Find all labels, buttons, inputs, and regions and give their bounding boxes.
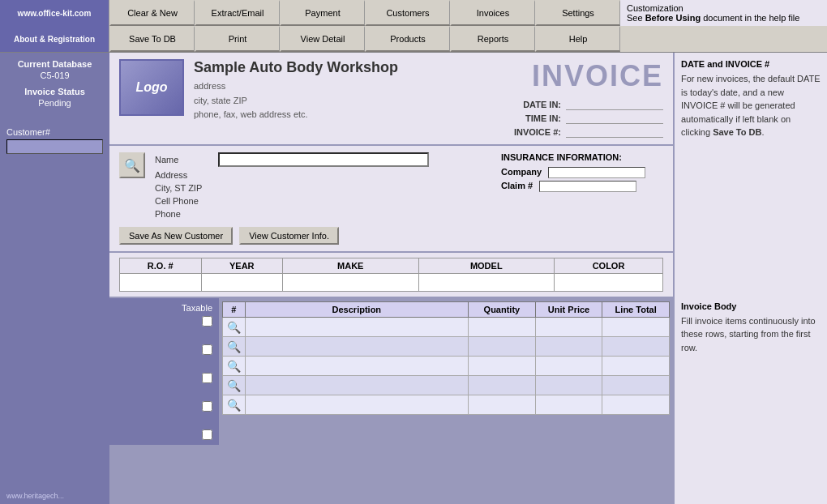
item-qty-1[interactable] xyxy=(469,318,536,337)
save-to-db-button[interactable]: Save To DB xyxy=(109,26,195,52)
help-button[interactable]: Help xyxy=(535,26,620,52)
products-button[interactable]: Products xyxy=(365,26,450,52)
item-total-2[interactable] xyxy=(602,337,670,357)
invoice-num-input[interactable] xyxy=(566,127,663,138)
invoice-status-value: Pending xyxy=(6,98,103,108)
item-unit-4[interactable] xyxy=(535,376,602,395)
qty-input-2[interactable] xyxy=(469,337,535,356)
customers-button[interactable]: Customers xyxy=(365,0,450,26)
year-cell[interactable] xyxy=(201,274,283,292)
qty-input-1[interactable] xyxy=(469,318,535,336)
taxable-check-4[interactable] xyxy=(202,401,212,412)
desc-input-5[interactable] xyxy=(246,395,469,414)
extract-email-button[interactable]: Extract/Email xyxy=(195,0,280,26)
item-total-3[interactable] xyxy=(602,357,670,376)
about-registration-button[interactable]: About & Registration xyxy=(0,26,109,52)
item-desc-5[interactable] xyxy=(245,395,469,415)
item-desc-1[interactable] xyxy=(245,318,469,337)
total-input-3[interactable] xyxy=(602,357,669,375)
item-icon-3[interactable]: 🔍 xyxy=(223,357,246,376)
date-in-input[interactable] xyxy=(566,100,663,110)
date-in-label: DATE IN: xyxy=(523,100,561,110)
items-table-area: # Description Quantity Unit Price Line T… xyxy=(219,298,673,445)
item-desc-3[interactable] xyxy=(245,357,469,376)
year-input[interactable] xyxy=(202,274,283,291)
ro-cell[interactable] xyxy=(120,274,202,292)
customer-number-input[interactable] xyxy=(6,139,103,154)
item-row-2: 🔍 xyxy=(223,337,670,357)
unit-input-2[interactable] xyxy=(536,337,602,356)
item-unit-3[interactable] xyxy=(535,357,602,376)
company-address: address xyxy=(194,79,501,94)
item-qty-4[interactable] xyxy=(469,376,536,395)
item-desc-2[interactable] xyxy=(245,337,469,357)
taxable-label: Taxable xyxy=(113,303,216,313)
company-input[interactable] xyxy=(548,167,645,178)
claim-label: Claim # xyxy=(501,181,533,192)
model-cell[interactable] xyxy=(418,274,555,292)
save-new-customer-button[interactable]: Save As New Customer xyxy=(119,227,233,245)
total-input-2[interactable] xyxy=(602,337,669,356)
name-input[interactable] xyxy=(218,152,429,167)
claim-input[interactable] xyxy=(539,181,636,192)
item-qty-2[interactable] xyxy=(469,337,536,357)
help-panel: Customization See Before Using document … xyxy=(620,0,827,26)
item-icon-4[interactable]: 🔍 xyxy=(223,376,246,395)
taxable-check-5[interactable] xyxy=(202,429,212,440)
invoice-num-label: INVOICE #: xyxy=(514,127,561,138)
time-in-input[interactable] xyxy=(566,113,663,124)
company-label: Company xyxy=(501,167,542,178)
desc-input-1[interactable] xyxy=(246,318,469,336)
desc-input-4[interactable] xyxy=(246,376,469,395)
total-input-5[interactable] xyxy=(602,395,669,414)
item-total-1[interactable] xyxy=(602,318,670,337)
item-total-4[interactable] xyxy=(602,376,670,395)
make-input[interactable] xyxy=(283,274,418,291)
qty-input-5[interactable] xyxy=(469,395,535,414)
total-header: Line Total xyxy=(602,302,670,318)
item-icon-2[interactable]: 🔍 xyxy=(223,337,246,357)
ro-input[interactable] xyxy=(120,274,201,291)
color-cell[interactable] xyxy=(555,274,663,292)
desc-input-2[interactable] xyxy=(246,337,469,356)
city-label: City, ST ZIP xyxy=(155,183,212,193)
taxable-check-2[interactable] xyxy=(202,344,212,355)
view-customer-info-button[interactable]: View Customer Info. xyxy=(239,227,339,245)
item-unit-1[interactable] xyxy=(535,318,602,337)
qty-input-4[interactable] xyxy=(469,376,535,395)
item-icon-5[interactable]: 🔍 xyxy=(223,395,246,415)
unit-input-1[interactable] xyxy=(536,318,602,336)
customer-fields: Name Address City, ST ZIP Cell Phone Pho… xyxy=(155,152,475,222)
address-label: Address xyxy=(155,170,212,180)
unit-input-5[interactable] xyxy=(536,395,602,414)
model-input[interactable] xyxy=(419,274,555,291)
make-cell[interactable] xyxy=(283,274,419,292)
item-qty-5[interactable] xyxy=(469,395,536,415)
item-unit-5[interactable] xyxy=(535,395,602,415)
unit-input-3[interactable] xyxy=(536,357,602,375)
qty-input-3[interactable] xyxy=(469,357,535,375)
item-total-5[interactable] xyxy=(602,395,670,415)
taxable-check-3[interactable] xyxy=(202,373,212,383)
item-row-1: 🔍 xyxy=(223,318,670,337)
item-desc-4[interactable] xyxy=(245,376,469,395)
reports-button[interactable]: Reports xyxy=(450,26,535,52)
unit-input-4[interactable] xyxy=(536,376,602,395)
clear-new-button[interactable]: Clear & New xyxy=(109,0,195,26)
color-input[interactable] xyxy=(555,274,662,291)
item-icon-1[interactable]: 🔍 xyxy=(223,318,246,337)
items-section: Taxable # Description Quantity xyxy=(109,298,673,445)
item-unit-2[interactable] xyxy=(535,337,602,357)
total-input-1[interactable] xyxy=(602,318,669,336)
desc-input-3[interactable] xyxy=(246,357,469,375)
total-input-4[interactable] xyxy=(602,376,669,395)
view-detail-button[interactable]: View Detail xyxy=(280,26,365,52)
settings-button[interactable]: Settings xyxy=(535,0,620,26)
payment-button[interactable]: Payment xyxy=(280,0,365,26)
item-qty-3[interactable] xyxy=(469,357,536,376)
print-button[interactable]: Print xyxy=(195,26,280,52)
phone-label: Phone xyxy=(155,209,212,219)
customer-search-button[interactable]: 🔍 xyxy=(119,152,145,178)
taxable-check-1[interactable] xyxy=(202,316,212,327)
invoices-button[interactable]: Invoices xyxy=(450,0,535,26)
